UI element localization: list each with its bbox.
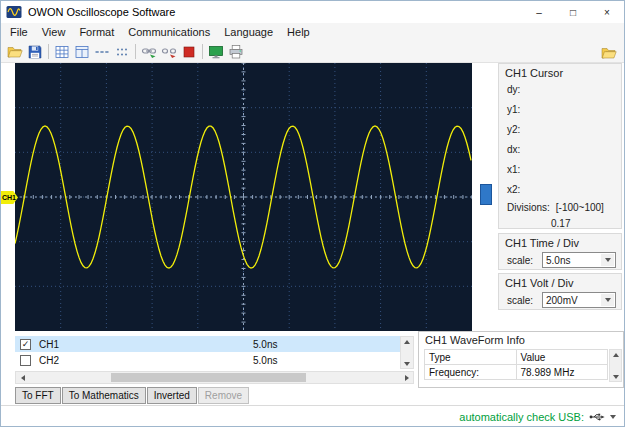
cursor-field-x1: x1: <box>499 160 621 180</box>
ch1-checkbox[interactable] <box>20 339 31 350</box>
vertical-position-track[interactable] <box>478 63 494 331</box>
menu-language[interactable]: Language <box>217 23 280 41</box>
usb-status-text: automatically check USB: <box>459 411 584 423</box>
oscilloscope-display <box>15 63 472 331</box>
dashed-line-icon[interactable] <box>92 42 112 62</box>
channel-name: CH2 <box>39 355 59 366</box>
cursor-field-dx: dx: <box>499 140 621 160</box>
ch1-volt-div-panel: CH1 Volt / Div scale: 200mV <box>498 273 622 310</box>
grid-icon[interactable] <box>52 42 72 62</box>
menu-format[interactable]: Format <box>72 23 121 41</box>
toolbar <box>1 41 624 63</box>
scroll-up-arrow-icon[interactable] <box>610 350 622 359</box>
waveform-info-table: Type Value Frequency: 78.989 MHz <box>424 349 608 380</box>
screen-icon[interactable] <box>206 42 226 62</box>
volt-div-select[interactable]: 200mV <box>542 292 616 308</box>
link-disconnect-icon[interactable] <box>159 42 179 62</box>
status-bar: automatically check USB: <box>1 405 624 427</box>
cursor-field-y1: y1: <box>499 100 621 120</box>
info-type-cell: Frequency: <box>425 365 517 380</box>
scroll-down-arrow-icon[interactable] <box>610 372 622 381</box>
volt-div-value: 200mV <box>546 295 578 306</box>
cursor-panel-title: CH1 Cursor <box>499 64 621 80</box>
info-value-cell: 78.989 MHz <box>516 365 608 380</box>
menu-communications[interactable]: Communications <box>121 23 217 41</box>
channel-list: CH1 5.0ns CH2 5.0ns <box>15 336 414 369</box>
divisions-range: [-100~100] <box>556 200 604 216</box>
menu-view[interactable]: View <box>35 23 73 41</box>
cursor-field-x2: x2: <box>499 180 621 200</box>
vertical-position-slider-handle[interactable] <box>480 184 492 205</box>
app-window: OWON Oscilloscope Software – □ × File Vi… <box>0 0 625 427</box>
channel-row-ch1[interactable]: CH1 5.0ns <box>15 336 400 352</box>
volt-scale-label: scale: <box>507 295 537 306</box>
waveform-info-scrollbar[interactable] <box>609 349 622 382</box>
usb-dropdown-chevron-icon[interactable] <box>610 415 616 419</box>
save-icon[interactable] <box>25 42 45 62</box>
waveform-info-panel: CH1 WaveForm Info Type Value Frequency: … <box>418 331 624 388</box>
channel-list-scrollbar[interactable] <box>400 336 414 369</box>
toolbar-separator <box>48 44 49 59</box>
maximize-button[interactable]: □ <box>556 1 590 23</box>
ch2-checkbox[interactable] <box>20 355 31 366</box>
to-mathematics-button[interactable]: To Mathematics <box>62 387 146 404</box>
menu-file[interactable]: File <box>3 23 35 41</box>
channel-timebase: 5.0ns <box>253 339 277 350</box>
record-icon[interactable] <box>179 42 199 62</box>
scroll-left-arrow-icon[interactable] <box>16 372 29 383</box>
window-title: OWON Oscilloscope Software <box>28 6 175 18</box>
time-scale-label: scale: <box>507 255 537 266</box>
scroll-right-arrow-icon[interactable] <box>400 372 413 383</box>
chevron-down-icon[interactable] <box>601 254 614 266</box>
divisions-label: Divisions: <box>507 200 550 216</box>
link-connect-icon[interactable] <box>139 42 159 62</box>
channel-row-ch2[interactable]: CH2 5.0ns <box>15 352 400 368</box>
time-div-title: CH1 Time / Div <box>499 234 621 250</box>
close-button[interactable]: × <box>590 1 624 23</box>
volt-div-title: CH1 Volt / Div <box>499 274 621 290</box>
scroll-down-arrow-icon[interactable] <box>401 359 413 368</box>
remove-button: Remove <box>198 387 249 404</box>
menu-help[interactable]: Help <box>280 23 317 41</box>
info-column-value: Value <box>516 350 608 365</box>
toolbar-separator <box>202 44 203 59</box>
info-row-frequency: Frequency: 78.989 MHz <box>425 365 608 380</box>
panel-grid-icon[interactable] <box>72 42 92 62</box>
time-div-select[interactable]: 5.0ns <box>542 252 616 268</box>
app-logo-icon <box>6 4 22 20</box>
inverted-button[interactable]: Inverted <box>147 387 197 404</box>
cursor-field-y2: y2: <box>499 120 621 140</box>
menu-bar: File View Format Communications Language… <box>1 23 624 41</box>
horizontal-scrollbar-thumb[interactable] <box>111 373 306 382</box>
chevron-down-icon[interactable] <box>601 294 614 306</box>
titlebar: OWON Oscilloscope Software – □ × <box>1 1 624 23</box>
dot-grid-icon[interactable] <box>112 42 132 62</box>
info-column-type: Type <box>425 350 517 365</box>
scroll-up-arrow-icon[interactable] <box>401 337 413 346</box>
open-folder-small-icon[interactable] <box>599 43 619 63</box>
to-fft-button[interactable]: To FFT <box>15 387 61 404</box>
cursor-field-dy: dy: <box>499 80 621 100</box>
waveform-info-title: CH1 WaveForm Info <box>419 332 623 347</box>
minimize-button[interactable]: – <box>522 1 556 23</box>
toolbar-separator <box>135 44 136 59</box>
time-div-value: 5.0ns <box>546 255 570 266</box>
divisions-value: 0.17 <box>499 216 621 229</box>
channel-action-buttons: To FFT To Mathematics Inverted Remove <box>15 387 249 404</box>
divisions-row: Divisions: [-100~100] <box>499 200 621 216</box>
channel-timebase: 5.0ns <box>253 355 277 366</box>
ch1-time-div-panel: CH1 Time / Div scale: 5.0ns <box>498 233 622 270</box>
ch1-cursor-panel: CH1 Cursor dy: y1: y2: dx: x1: x2: Divis… <box>498 63 622 229</box>
open-folder-icon[interactable] <box>5 42 25 62</box>
printer-icon[interactable] <box>226 42 246 62</box>
channel-name: CH1 <box>39 339 59 350</box>
window-controls: – □ × <box>522 1 624 23</box>
usb-icon <box>589 412 605 422</box>
horizontal-scrollbar[interactable] <box>15 371 414 384</box>
